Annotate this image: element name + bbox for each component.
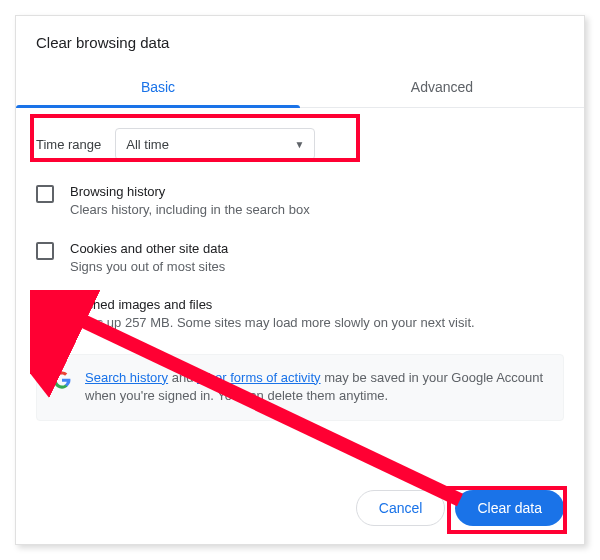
tab-label: Basic — [141, 79, 175, 95]
checkbox-browsing-history[interactable] — [36, 185, 54, 203]
option-title: Cached images and files — [70, 297, 475, 312]
option-text: Cookies and other site data Signs you ou… — [70, 241, 228, 276]
option-desc: Signs you out of most sites — [70, 258, 228, 276]
tab-bar: Basic Advanced — [16, 69, 584, 108]
time-range-select[interactable]: All time ▼ — [115, 128, 315, 160]
info-text: Search history and other forms of activi… — [85, 369, 547, 407]
time-range-row: Time range All time ▼ — [36, 128, 315, 160]
option-text: Cached images and files Frees up 257 MB.… — [70, 297, 475, 332]
option-cookies: Cookies and other site data Signs you ou… — [36, 241, 564, 276]
time-range-value: All time — [126, 137, 169, 152]
clear-data-button[interactable]: Clear data — [455, 490, 564, 526]
cancel-button[interactable]: Cancel — [356, 490, 446, 526]
button-label: Cancel — [379, 500, 423, 516]
dialog-buttons: Cancel Clear data — [356, 490, 564, 526]
button-label: Clear data — [477, 500, 542, 516]
time-range-label: Time range — [36, 137, 101, 152]
link-search-history[interactable]: Search history — [85, 370, 168, 385]
dialog-title: Clear browsing data — [36, 34, 564, 51]
option-browsing-history: Browsing history Clears history, includi… — [36, 184, 564, 219]
option-text: Browsing history Clears history, includi… — [70, 184, 310, 219]
option-title: Cookies and other site data — [70, 241, 228, 256]
tab-label: Advanced — [411, 79, 473, 95]
tab-advanced[interactable]: Advanced — [300, 69, 584, 107]
checkbox-cookies[interactable] — [36, 242, 54, 260]
option-title: Browsing history — [70, 184, 310, 199]
option-desc: Clears history, including in the search … — [70, 201, 310, 219]
tab-basic[interactable]: Basic — [16, 69, 300, 107]
options-list: Browsing history Clears history, includi… — [36, 184, 564, 332]
google-icon — [53, 371, 71, 389]
link-other-activity[interactable]: other forms of activity — [197, 370, 321, 385]
google-account-info: Search history and other forms of activi… — [36, 354, 564, 422]
clear-browsing-data-dialog: Clear browsing data Basic Advanced Time … — [15, 15, 585, 545]
option-cached: Cached images and files Frees up 257 MB.… — [36, 297, 564, 332]
checkbox-cached[interactable] — [36, 298, 54, 316]
option-desc: Frees up 257 MB. Some sites may load mor… — [70, 314, 475, 332]
chevron-down-icon: ▼ — [294, 139, 304, 150]
